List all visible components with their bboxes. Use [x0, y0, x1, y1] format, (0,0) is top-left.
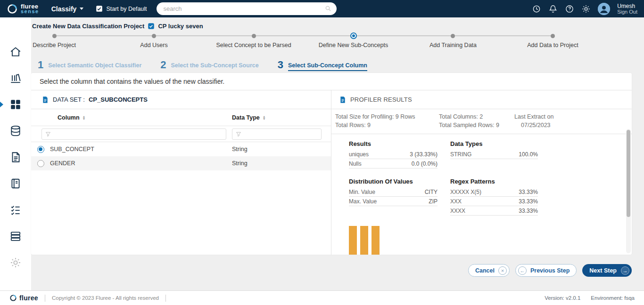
- search-icon: [324, 5, 332, 14]
- step-select-concept[interactable]: Select Concept to be Parsed: [204, 32, 304, 48]
- sidebar-item-checklist[interactable]: [0, 204, 31, 216]
- previous-step-label: Previous Step: [530, 267, 570, 274]
- main-content: Create New Data Classification Project C…: [31, 17, 644, 290]
- column-filter-input[interactable]: [41, 128, 226, 140]
- start-by-default-label: Start by Default: [106, 6, 147, 12]
- page-title: Create New Data Classification Project: [32, 23, 144, 30]
- data-type-filter-input[interactable]: [232, 128, 322, 140]
- table-row-gender[interactable]: GENDER String: [31, 156, 331, 170]
- tab-select-semantic-classifier[interactable]: 1 Select Semantic Object Classifier: [38, 60, 141, 71]
- fluree-logo-icon: [9, 294, 17, 302]
- radio-unselected[interactable]: [37, 160, 44, 167]
- step-label: Describe Project: [33, 42, 76, 48]
- sidebar-item-settings[interactable]: [0, 257, 31, 269]
- profiler-panel: PROFILER RESULTS Total Size for Profilin…: [331, 90, 632, 255]
- previous-step-button[interactable]: ← Previous Step: [515, 264, 577, 277]
- project-checkbox-icon: [148, 23, 155, 30]
- column-filter: [41, 128, 226, 140]
- step-add-training-data[interactable]: Add Training Data: [403, 32, 503, 48]
- arrow-right-icon: →: [621, 266, 629, 275]
- stat-row: Nulls 0.0 (0.0%): [349, 159, 438, 169]
- user-menu[interactable]: Umesh Sign Out: [617, 3, 637, 15]
- start-by-default-checkbox[interactable]: Start by Default: [96, 5, 147, 12]
- profiler-header: PROFILER RESULTS: [331, 90, 632, 109]
- dataset-label: DATA SET :: [53, 96, 85, 103]
- tab-select-subconcept-source[interactable]: 2 Select the Sub-Concept Source: [160, 60, 258, 71]
- profiler-sections: Results uniques 3 (33.33%) Nulls 0.0 (0.…: [349, 140, 632, 216]
- step-add-data-to-project[interactable]: Add Data to Project: [503, 32, 603, 48]
- instruction-text: Select the column that contains the valu…: [31, 73, 632, 90]
- bar: [360, 226, 368, 255]
- table-row-sub-concept[interactable]: SUB_CONCEPT String: [31, 142, 331, 156]
- step-label: Define New Sub-Concepts: [319, 42, 388, 48]
- profiler-stats: Total Size for Profiling: 9 Rows Total R…: [331, 109, 632, 134]
- stat-row: XXXXX X(5) 33.33%: [450, 187, 538, 197]
- next-step-label: Next Step: [589, 267, 617, 274]
- fluree-sense-logo[interactable]: fluree sense: [7, 3, 39, 15]
- profiler-scrollbar-thumb[interactable]: [627, 130, 630, 217]
- substep-number: 3: [278, 60, 283, 70]
- sidebar-item-grid-active[interactable]: [0, 98, 31, 111]
- gear-icon[interactable]: [581, 4, 591, 14]
- app-window: fluree sense Classify Start by Default: [0, 0, 644, 305]
- bar: [372, 226, 380, 255]
- stat-last-extract-label: Last Extract on: [514, 112, 627, 121]
- filter-funnel-icon: [45, 131, 51, 137]
- classify-dropdown[interactable]: Classify: [51, 5, 84, 13]
- classify-label: Classify: [51, 5, 77, 13]
- substep-label: Select the Sub-Concept Source: [171, 62, 259, 69]
- dataset-header: DATA SET : CP_SUBCONCEPTS: [31, 90, 331, 109]
- sidebar-item-document[interactable]: [0, 151, 31, 163]
- step-dot: [451, 34, 455, 38]
- cell-column: SUB_CONCEPT: [50, 146, 94, 152]
- sidebar-item-server[interactable]: [0, 230, 31, 242]
- footer-brand-name: fluree: [19, 294, 38, 302]
- bell-icon[interactable]: [548, 4, 558, 14]
- substep-label: Select Sub-Concept Column: [288, 62, 367, 71]
- chevron-down-icon: [80, 8, 83, 10]
- step-add-users[interactable]: Add Users: [104, 32, 204, 48]
- radio-selected[interactable]: [37, 146, 44, 153]
- sort-icon[interactable]: ▲▼: [263, 115, 266, 120]
- tab-select-subconcept-column-active[interactable]: 3 Select Sub-Concept Column: [278, 60, 367, 71]
- dataset-doc-icon: [41, 96, 49, 104]
- stat-row: XXX 33.33%: [450, 197, 538, 206]
- data-types-title: Data Types: [450, 140, 538, 147]
- history-icon[interactable]: [532, 4, 541, 14]
- divider: [165, 295, 166, 302]
- avatar[interactable]: [598, 3, 610, 15]
- step-label: Add Data to Project: [527, 42, 578, 48]
- top-bar: fluree sense Classify Start by Default: [0, 0, 644, 17]
- step-label: Add Users: [140, 42, 167, 48]
- step-describe-project[interactable]: Describe Project: [4, 32, 104, 48]
- stat-total-rows: Total Rows: 9: [335, 121, 439, 129]
- cancel-button[interactable]: Cancel ×: [468, 264, 510, 277]
- dataset-panel: DATA SET : CP_SUBCONCEPTS Column ▲▼ Data…: [31, 90, 331, 255]
- profiler-title: PROFILER RESULTS: [350, 96, 412, 103]
- sort-icon[interactable]: ▲▼: [83, 115, 86, 120]
- sidebar-item-library[interactable]: [0, 72, 31, 84]
- help-icon[interactable]: [565, 4, 574, 14]
- results-title: Results: [349, 140, 438, 147]
- sign-out-link[interactable]: Sign Out: [617, 9, 637, 15]
- substep-tabs: 1 Select Semantic Object Classifier 2 Se…: [38, 60, 632, 71]
- library-icon: [9, 72, 22, 84]
- search-input[interactable]: [157, 2, 337, 15]
- stat-row: STRING 100.0%: [450, 150, 538, 159]
- profiler-scrollbar-track[interactable]: [626, 129, 631, 253]
- database-icon: [9, 125, 22, 137]
- sidebar-item-database[interactable]: [0, 125, 31, 137]
- cell-column: GENDER: [50, 160, 75, 167]
- stat-total-sampled-rows: Total Sampled Rows: 9: [439, 121, 514, 129]
- next-step-button[interactable]: Next Step →: [582, 264, 632, 277]
- cell-data-type: String: [232, 160, 248, 167]
- breadcrumb: Create New Data Classification Project C…: [32, 23, 632, 30]
- book-icon: [9, 177, 22, 190]
- step-define-subconcepts-active[interactable]: Define New Sub-Concepts: [304, 32, 404, 48]
- search-box: [157, 2, 337, 15]
- close-icon: ×: [498, 266, 507, 275]
- top-right-cluster: Umesh Sign Out: [532, 3, 637, 15]
- filter-funnel-icon: [236, 131, 241, 137]
- sidebar-item-book[interactable]: [0, 177, 31, 190]
- logo-line2: sense: [21, 9, 39, 14]
